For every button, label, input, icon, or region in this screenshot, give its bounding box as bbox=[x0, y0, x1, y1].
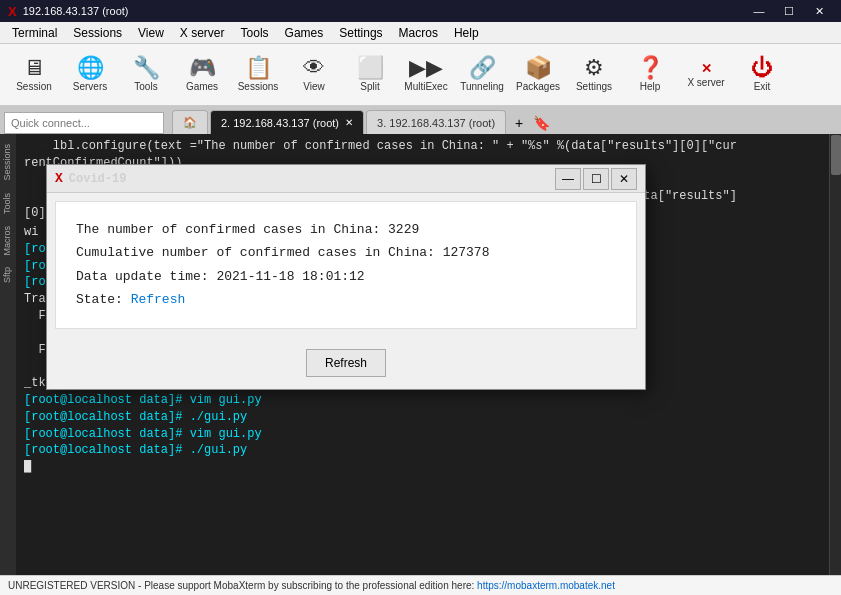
menu-settings[interactable]: Settings bbox=[331, 22, 390, 44]
tool-settings[interactable]: ⚙ Settings bbox=[568, 48, 620, 102]
state-line: State: Refresh bbox=[76, 288, 616, 311]
dialog-app-icon: X bbox=[55, 171, 63, 186]
tool-tunneling[interactable]: 🔗 Tunneling bbox=[456, 48, 508, 102]
toolbar: 🖥 Session 🌐 Servers 🔧 Tools 🎮 Games 📋 Se… bbox=[0, 44, 841, 106]
tool-session-label: Session bbox=[16, 81, 52, 92]
status-bar: UNREGISTERED VERSION - Please support Mo… bbox=[0, 575, 841, 595]
menu-sessions[interactable]: Sessions bbox=[65, 22, 130, 44]
view-icon: 👁 bbox=[303, 57, 325, 79]
games-icon: 🎮 bbox=[189, 57, 216, 79]
tool-games[interactable]: 🎮 Games bbox=[176, 48, 228, 102]
settings-icon: ⚙ bbox=[584, 57, 604, 79]
tool-games-label: Games bbox=[186, 81, 218, 92]
tool-view-label: View bbox=[303, 81, 325, 92]
menu-games[interactable]: Games bbox=[277, 22, 332, 44]
minimize-button[interactable]: — bbox=[745, 0, 773, 22]
tool-help-label: Help bbox=[640, 81, 661, 92]
tab-session-2-close[interactable]: ✕ bbox=[345, 117, 353, 128]
home-icon: 🏠 bbox=[183, 116, 197, 129]
tool-exit-label: Exit bbox=[754, 81, 771, 92]
menu-tools[interactable]: Tools bbox=[233, 22, 277, 44]
refresh-button[interactable]: Refresh bbox=[306, 349, 386, 377]
status-link[interactable]: https://mobaxterm.mobatek.net bbox=[477, 580, 615, 591]
tool-settings-label: Settings bbox=[576, 81, 612, 92]
app-icon: X bbox=[8, 4, 17, 19]
terminal-cursor: █ bbox=[24, 459, 821, 476]
close-button[interactable]: ✕ bbox=[805, 0, 833, 22]
tab-home[interactable]: 🏠 bbox=[172, 110, 208, 134]
confirmed-cases-text: The number of confirmed cases in China: … bbox=[76, 218, 616, 241]
xserver-icon: ✕ bbox=[701, 62, 712, 75]
tool-session[interactable]: 🖥 Session bbox=[8, 48, 60, 102]
sidebar-sftp[interactable]: Sftp bbox=[0, 261, 16, 289]
sidebar-tools[interactable]: Tools bbox=[0, 187, 16, 220]
status-text: UNREGISTERED VERSION - Please support Mo… bbox=[8, 580, 474, 591]
terminal-line: [root@localhost data]# vim gui.py bbox=[24, 392, 821, 409]
tool-multiexec[interactable]: ▶▶ MultiExec bbox=[400, 48, 452, 102]
menu-view[interactable]: View bbox=[130, 22, 172, 44]
sidebar-macros[interactable]: Macros bbox=[0, 220, 16, 262]
tab-session-3-label: 3. 192.168.43.137 (root) bbox=[377, 117, 495, 129]
tool-packages-label: Packages bbox=[516, 81, 560, 92]
covid-dialog[interactable]: X Covid-19 — ☐ ✕ The number of confirmed… bbox=[46, 164, 646, 390]
tool-servers[interactable]: 🌐 Servers bbox=[64, 48, 116, 102]
dialog-close-button[interactable]: ✕ bbox=[611, 168, 637, 190]
dialog-minimize-button[interactable]: — bbox=[555, 168, 581, 190]
menu-help[interactable]: Help bbox=[446, 22, 487, 44]
dialog-title-controls: — ☐ ✕ bbox=[555, 168, 637, 190]
tool-help[interactable]: ❓ Help bbox=[624, 48, 676, 102]
add-tab-button[interactable]: + bbox=[508, 112, 530, 134]
maximize-button[interactable]: ☐ bbox=[775, 0, 803, 22]
title-bar-controls: — ☐ ✕ bbox=[745, 0, 833, 22]
left-sidebar: Sessions Tools Macros Sftp bbox=[0, 134, 16, 575]
dialog-title-left: X Covid-19 bbox=[55, 171, 126, 186]
terminal-line: [root@localhost data]# vim gui.py bbox=[24, 426, 821, 443]
tunneling-icon: 🔗 bbox=[469, 57, 496, 79]
tool-split[interactable]: ⬜ Split bbox=[344, 48, 396, 102]
exit-icon: ⏻ bbox=[751, 57, 773, 79]
tool-view[interactable]: 👁 View bbox=[288, 48, 340, 102]
tool-multiexec-label: MultiExec bbox=[404, 81, 447, 92]
scrollbar[interactable] bbox=[829, 134, 841, 575]
dialog-title-bar: X Covid-19 — ☐ ✕ bbox=[47, 165, 645, 193]
menu-terminal[interactable]: Terminal bbox=[4, 22, 65, 44]
tool-xserver[interactable]: ✕ X server bbox=[680, 48, 732, 102]
update-time-text: Data update time: 2021-11-18 18:01:12 bbox=[76, 265, 616, 288]
terminal-line: [root@localhost data]# ./gui.py bbox=[24, 442, 821, 459]
tool-tunneling-label: Tunneling bbox=[460, 81, 504, 92]
session-icon: 🖥 bbox=[23, 57, 45, 79]
tab-bar: 🏠 2. 192.168.43.137 (root) ✕ 3. 192.168.… bbox=[0, 106, 841, 134]
sidebar-sessions[interactable]: Sessions bbox=[0, 138, 16, 187]
dialog-maximize-button[interactable]: ☐ bbox=[583, 168, 609, 190]
tab-session-3[interactable]: 3. 192.168.43.137 (root) bbox=[366, 110, 506, 134]
multiexec-icon: ▶▶ bbox=[409, 57, 443, 79]
title-bar: X 192.168.43.137 (root) — ☐ ✕ bbox=[0, 0, 841, 22]
split-icon: ⬜ bbox=[357, 57, 384, 79]
terminal-line: lbl.configure(text ="The number of confi… bbox=[24, 138, 821, 155]
servers-icon: 🌐 bbox=[77, 57, 104, 79]
scroll-thumb[interactable] bbox=[831, 135, 841, 175]
terminal-line: [root@localhost data]# ./gui.py bbox=[24, 409, 821, 426]
tool-packages[interactable]: 📦 Packages bbox=[512, 48, 564, 102]
tab-session-2[interactable]: 2. 192.168.43.137 (root) ✕ bbox=[210, 110, 364, 134]
help-icon: ❓ bbox=[637, 57, 664, 79]
main-content: Sessions Tools Macros Sftp lbl.configure… bbox=[0, 134, 841, 575]
dialog-content: The number of confirmed cases in China: … bbox=[55, 201, 637, 329]
window-title: 192.168.43.137 (root) bbox=[23, 5, 129, 17]
state-label: State: bbox=[76, 292, 123, 307]
menu-macros[interactable]: Macros bbox=[391, 22, 446, 44]
tool-tools[interactable]: 🔧 Tools bbox=[120, 48, 172, 102]
tool-sessions-label: Sessions bbox=[238, 81, 279, 92]
tool-xserver-label: X server bbox=[687, 77, 724, 88]
menu-bar: Terminal Sessions View X server Tools Ga… bbox=[0, 22, 841, 44]
state-value: Refresh bbox=[131, 292, 186, 307]
tools-icon: 🔧 bbox=[133, 57, 160, 79]
dialog-title-label: Covid-19 bbox=[69, 172, 127, 186]
bookmark-icon[interactable]: 🔖 bbox=[530, 112, 552, 134]
menu-xserver[interactable]: X server bbox=[172, 22, 233, 44]
tool-tools-label: Tools bbox=[134, 81, 157, 92]
terminal[interactable]: lbl.configure(text ="The number of confi… bbox=[16, 134, 829, 575]
tool-sessions[interactable]: 📋 Sessions bbox=[232, 48, 284, 102]
tool-exit[interactable]: ⏻ Exit bbox=[736, 48, 788, 102]
quick-connect-input[interactable] bbox=[4, 112, 164, 134]
